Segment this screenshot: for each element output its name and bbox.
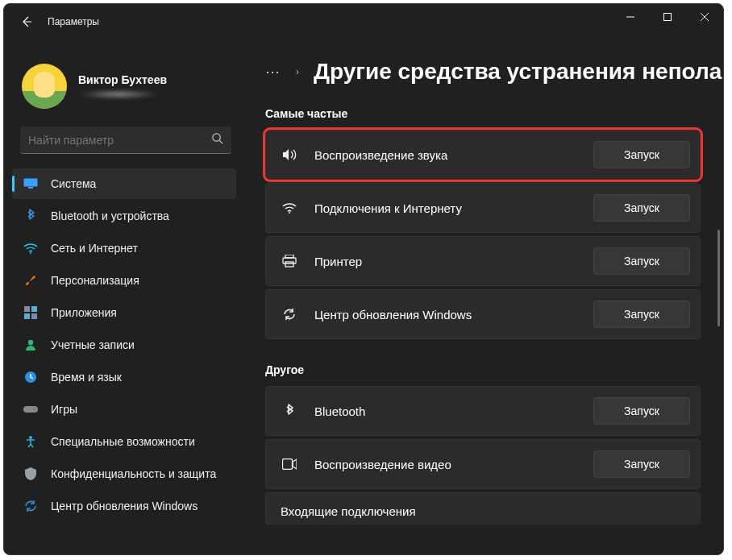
sidebar-item-label: Система [51,177,96,190]
section-frequent-title: Самые частые [265,107,723,120]
sidebar-item-label: Специальные возможности [51,435,195,448]
page-title: Другие средства устранения непола [314,59,722,85]
sidebar-item-apps[interactable]: Приложения [12,297,236,328]
profile[interactable]: Виктор Бухтеев [12,60,246,123]
sidebar-item-access[interactable]: Специальные возможности [12,426,236,457]
sidebar-item-label: Учетные записи [51,338,135,351]
troubleshooter-video: Воспроизведение видеоЗапуск [265,439,701,489]
video-icon [281,458,298,470]
close-button[interactable] [686,4,723,30]
sidebar-item-bluetooth[interactable]: Bluetooth и устройства [12,201,236,231]
cards-frequent: Воспроизведение звукаЗапускПодключения к… [265,130,723,339]
search-box[interactable] [20,127,231,154]
svg-rect-6 [31,306,37,312]
sidebar-item-label: Сеть и Интернет [51,242,138,255]
shield-icon [23,467,38,481]
svg-rect-5 [24,306,30,312]
maximize-button[interactable] [649,4,686,30]
troubleshooter-internet: Подключения к ИнтернетуЗапуск [265,183,701,233]
svg-rect-0 [664,14,672,21]
svg-rect-18 [285,262,293,267]
sidebar-item-label: Персонализация [51,274,139,287]
sidebar-item-system[interactable]: Система [12,168,236,199]
sidebar-item-label: Время и язык [51,371,122,384]
sync-icon [23,499,38,513]
scrollbar-thumb[interactable] [717,230,720,326]
svg-rect-19 [283,459,293,470]
troubleshooter-label: Воспроизведение видео [314,458,577,471]
sidebar-item-label: Конфиденциальность и защита [51,467,216,480]
troubleshooter-label: Принтер [314,255,577,268]
titlebar: Параметры [4,4,723,39]
nav-list: СистемаBluetooth и устройстваСеть и Инте… [12,168,246,521]
person-icon [23,338,38,352]
sidebar-item-label: Центр обновления Windows [51,500,198,512]
svg-point-9 [28,340,33,345]
run-button[interactable]: Запуск [593,397,690,425]
breadcrumb-ellipsis[interactable]: ⋯ [265,63,281,81]
monitor-icon [23,176,38,191]
run-button[interactable]: Запуск [593,247,690,275]
svg-rect-2 [24,179,38,187]
window-title: Параметры [48,16,99,27]
troubleshooter-wupdate: Центр обновления WindowsЗапуск [265,289,701,339]
sidebar-item-time[interactable]: Время и язык [12,362,236,392]
svg-point-4 [30,252,31,254]
sync-icon [281,308,298,321]
troubleshooter-incoming: Входящие подключения [265,492,701,525]
svg-point-15 [289,212,290,214]
minimize-button[interactable] [612,4,649,30]
wifi-icon [23,241,38,255]
troubleshooter-bt: BluetoothЗапуск [265,386,701,436]
troubleshooter-printer: ПринтерЗапуск [265,236,701,286]
sidebar-item-label: Приложения [51,306,117,319]
svg-rect-7 [24,313,30,319]
svg-rect-11 [23,406,38,413]
troubleshooter-audio: Воспроизведение звукаЗапуск [265,130,701,180]
svg-point-1 [213,134,220,141]
search-icon [211,132,223,147]
troubleshooter-label: Подключения к Интернету [314,201,577,215]
content: ⋯ › Другие средства устранения непола Са… [246,52,723,554]
body: Виктор Бухтеев СистемаBluetooth и устрой… [4,52,723,554]
profile-text: Виктор Бухтеев [78,73,167,99]
access-icon [23,434,38,449]
run-button[interactable]: Запуск [593,301,690,328]
svg-point-13 [35,409,36,411]
troubleshooter-label: Центр обновления Windows [314,308,577,321]
run-button[interactable]: Запуск [593,141,690,168]
gamepad-icon [23,402,38,417]
svg-rect-3 [28,187,33,189]
wifi-icon [281,202,298,214]
chevron-right-icon: › [296,66,299,77]
back-button[interactable] [10,6,43,38]
run-button[interactable]: Запуск [593,194,690,222]
sidebar-item-network[interactable]: Сеть и Интернет [12,233,236,263]
search-input[interactable] [28,134,211,147]
troubleshooter-label: Воспроизведение звука [314,148,577,162]
bluetooth-icon [23,209,38,223]
clock-icon [23,370,38,384]
avatar [22,64,67,109]
svg-point-14 [29,436,32,439]
apps-icon [23,305,38,320]
run-button[interactable]: Запуск [593,450,690,478]
printer-icon [281,255,298,268]
sidebar-item-privacy[interactable]: Конфиденциальность и защита [12,458,236,489]
profile-email-blurred [78,89,159,99]
bluetooth-icon [281,404,298,418]
sidebar-item-accounts[interactable]: Учетные записи [12,330,236,360]
sidebar-item-personal[interactable]: Персонализация [12,265,236,296]
profile-name: Виктор Бухтеев [78,73,167,86]
sidebar-item-label: Bluetooth и устройства [51,209,169,222]
sidebar-item-update[interactable]: Центр обновления Windows [12,491,236,521]
cards-other: BluetoothЗапускВоспроизведение видеоЗапу… [265,386,723,525]
sidebar-item-gaming[interactable]: Игры [12,394,236,425]
brush-icon [23,273,38,288]
troubleshooter-label: Входящие подключения [281,504,690,518]
section-other-title: Другое [265,363,723,376]
window-controls [612,4,723,30]
svg-rect-8 [31,313,37,319]
sidebar: Виктор Бухтеев СистемаBluetooth и устрой… [4,52,246,554]
svg-point-12 [33,408,35,409]
